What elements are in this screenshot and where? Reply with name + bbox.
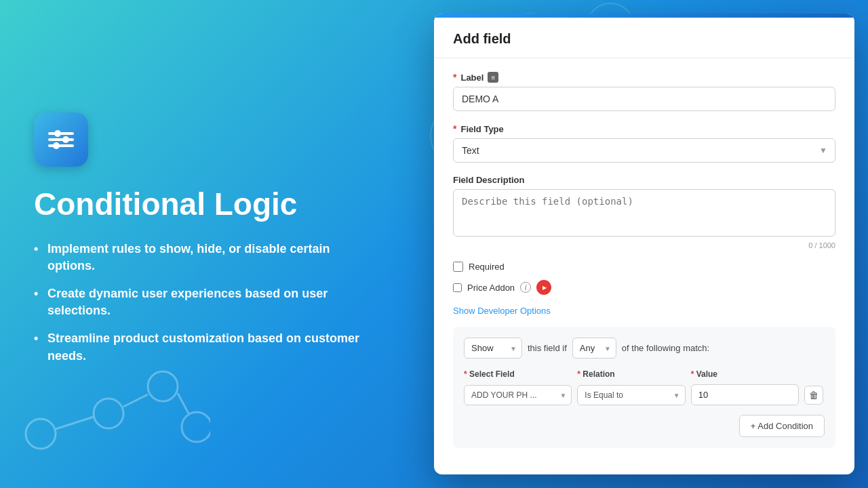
price-addon-checkbox[interactable] (453, 283, 462, 292)
add-field-modal: Add field * Label ≡ * Field Type Text Nu… (434, 14, 854, 474)
field-type-select-wrapper: Text Number Select Checkbox Radio Textar… (453, 138, 835, 163)
this-field-if-text: this field if (528, 343, 567, 353)
modal-title: Add field (453, 31, 511, 46)
left-panel: Conditional Logic Implement rules to sho… (0, 72, 407, 416)
condition-fields-row: ADD YOUR PH ... ▼ Is Equal to Is Not Equ… (464, 384, 825, 405)
price-addon-info-icon[interactable]: i (520, 282, 531, 293)
char-count: 0 / 1000 (453, 241, 835, 249)
svg-point-9 (54, 130, 61, 137)
delete-condition-button[interactable]: 🗑 (804, 386, 823, 405)
show-select-wrapper: Show Hide Disable ▼ (464, 338, 522, 359)
relation-select[interactable]: Is Equal to Is Not Equal to Contains Doe… (577, 385, 685, 405)
field-description-textarea[interactable] (453, 189, 835, 237)
value-input[interactable] (691, 384, 799, 405)
required-checkbox-row: Required (453, 262, 835, 272)
add-condition-row: + Add Condition (464, 415, 825, 437)
condition-fields-header: * Select Field * Relation * Value (464, 369, 825, 379)
field-type-label: * Field Type (453, 123, 835, 134)
svg-point-14 (26, 419, 56, 449)
of-following-text: of the following match: (622, 343, 709, 353)
field-type-form-group: * Field Type Text Number Select Checkbox… (453, 123, 835, 163)
select-field-header: * Select Field (464, 369, 572, 379)
required-label: Required (469, 262, 505, 272)
required-star: * (453, 72, 456, 83)
field-description-label: Field Description (453, 175, 835, 185)
show-developer-options-link[interactable]: Show Developer Options (453, 306, 551, 316)
conditional-logic-section: Show Hide Disable ▼ this field if Any Al… (453, 327, 835, 448)
select-field-wrapper: ADD YOUR PH ... ▼ (464, 385, 572, 405)
any-select[interactable]: Any All (572, 338, 616, 359)
app-logo (34, 113, 88, 167)
add-condition-button[interactable]: + Add Condition (739, 415, 825, 437)
any-select-wrapper: Any All ▼ (572, 338, 616, 359)
required-checkbox[interactable] (453, 262, 463, 272)
price-addon-play-button[interactable] (536, 280, 551, 295)
svg-line-18 (56, 417, 94, 429)
trash-icon: 🗑 (809, 390, 818, 401)
label-field-label: * Label ≡ (453, 72, 835, 83)
relation-select-wrapper: Is Equal to Is Not Equal to Contains Doe… (577, 385, 685, 405)
svg-point-11 (62, 136, 69, 143)
list-item: Implement rules to show, hide, or disabl… (34, 241, 373, 274)
modal-body: * Label ≡ * Field Type Text Number Selec… (434, 58, 854, 474)
relation-header: * Relation (577, 369, 685, 379)
list-item: Streamline product customization based o… (34, 330, 373, 364)
field-description-form-group: Field Description 0 / 1000 (453, 175, 835, 249)
select-field-select[interactable]: ADD YOUR PH ... (464, 385, 572, 405)
price-addon-label: Price Addon (467, 283, 515, 293)
svg-point-13 (53, 142, 60, 149)
field-type-select[interactable]: Text Number Select Checkbox Radio Textar… (453, 138, 835, 163)
page-title: Conditional Logic (34, 187, 373, 222)
svg-point-17 (182, 412, 210, 442)
required-star: * (453, 123, 456, 134)
label-form-group: * Label ≡ (453, 72, 835, 111)
value-header: * Value (691, 369, 799, 379)
label-input[interactable] (453, 87, 835, 111)
feature-list: Implement rules to show, hide, or disabl… (34, 241, 373, 365)
list-item: Create dynamic user experiences based on… (34, 285, 373, 319)
show-select[interactable]: Show Hide Disable (464, 338, 522, 359)
price-addon-row: Price Addon i (453, 280, 835, 295)
label-info-icon[interactable]: ≡ (488, 72, 498, 83)
condition-top-row: Show Hide Disable ▼ this field if Any Al… (464, 338, 825, 359)
modal-header: Add field (434, 18, 854, 58)
